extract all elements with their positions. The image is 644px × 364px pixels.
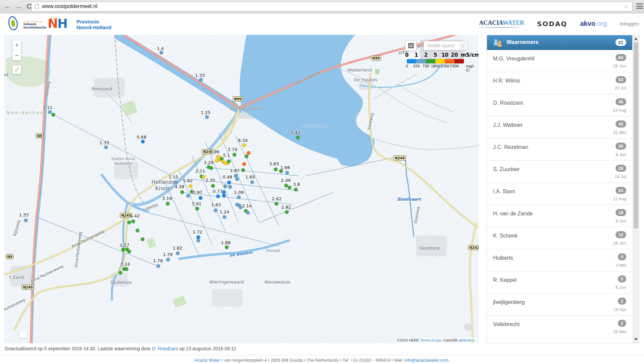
measurement-dot[interactable] [189,185,193,188]
measurement-dot[interactable] [166,258,170,262]
measurement-dot[interactable] [285,171,289,175]
measurement-dot[interactable] [227,160,231,163]
measurement-dot[interactable] [216,195,220,198]
observer-row[interactable]: D. Roodzant4513 Aug [487,94,632,116]
measurement-dot[interactable] [180,191,184,194]
observers-header[interactable]: Waarnemers 21 [487,35,632,50]
measurement-dot[interactable] [223,215,226,219]
acacia-water-link[interactable]: Acacia Water [195,358,220,363]
measurement-dot[interactable] [141,140,145,144]
measurement-dot[interactable] [296,136,300,140]
observer-row[interactable]: H.R. Wilms5323 Jul [487,72,632,94]
measurement-dot[interactable] [125,267,128,271]
measurement-dot[interactable] [141,238,145,241]
measurement-dot[interactable] [174,180,178,184]
observer-row[interactable]: S. Zuurbier2814 Jul [487,161,632,183]
measurement-dot[interactable] [121,248,125,252]
observer-row[interactable]: jheijligenberg218 Apr [487,294,632,316]
measurement-dot[interactable] [197,239,200,243]
attribution-link[interactable]: attribution [459,338,475,342]
measurement-dot[interactable] [227,181,231,185]
measurement-dot[interactable] [214,209,218,212]
measurement-dot[interactable] [199,196,203,200]
measurement-dot[interactable] [48,110,52,114]
scroll-up-icon[interactable] [634,38,638,40]
last-observer-link[interactable]: D. Roodzant [152,346,178,351]
measurement-dot[interactable] [157,264,160,268]
mail-link[interactable]: info@acaciawater.com [405,358,448,363]
calendar-button[interactable] [405,40,417,51]
road-badge: N9 [36,134,43,139]
sidebar-scrollbar[interactable] [633,35,639,343]
measurement-dot[interactable] [274,168,278,171]
visible-layers-select[interactable]: Visible layers 2 [424,41,468,50]
measurement-dot[interactable] [160,51,163,55]
observer-row[interactable]: Vollebrecht226 Mei [487,316,632,338]
measurement-dot[interactable] [275,202,278,206]
attribution-toggle[interactable] [19,331,27,338]
zoom-out-button[interactable]: − [12,50,21,60]
url-text[interactable]: www.oostpoldermeet.nl [42,3,97,9]
observer-row[interactable]: J.C. Rezelman308 Jun [487,139,632,161]
scroll-down-icon[interactable] [634,338,638,341]
measurement-dot[interactable] [52,113,55,117]
zoom-in-button[interactable]: + [12,40,21,50]
sodaq-logo[interactable]: SODAQ [537,20,568,28]
measurement-dot[interactable] [245,155,249,158]
measurement-dot[interactable] [186,194,190,198]
measurement-dot[interactable] [251,180,254,184]
measurement-dot[interactable] [241,168,245,172]
observer-row[interactable]: I.A. Stam2411 Aug [487,183,632,205]
measurement-dot[interactable] [199,78,203,82]
scrollbar-thumb[interactable] [634,42,638,228]
browser-menu-icon[interactable] [636,3,643,9]
measurement-dot[interactable] [210,166,213,170]
measurement-dot[interactable] [288,186,291,190]
forward-icon[interactable]: → [13,1,23,11]
observer-row[interactable]: M.G. Vreugdenhil8426 Jun [487,50,632,72]
observer-row[interactable]: H. van de Zande188 Jun [487,205,632,227]
measurement-dot[interactable] [233,153,236,157]
measurement-dot[interactable] [235,177,239,181]
measurement-dot[interactable] [127,250,131,254]
measurement-dot[interactable] [202,175,206,179]
measurement-dot[interactable] [228,185,232,189]
measurement-dot[interactable] [243,144,246,147]
measurement-dot[interactable] [131,220,135,223]
observer-row[interactable]: R. Keppel56 Jun [487,271,632,294]
measurement-dot[interactable] [246,211,250,215]
measurement-dot[interactable] [196,207,199,211]
observer-row[interactable]: J.J. Waiboer4231 Mei [487,116,632,139]
layers-count-button[interactable]: 2 [460,43,466,49]
bookmark-star-icon[interactable]: ☆ [624,3,629,10]
login-link[interactable]: Inloggen [620,21,639,27]
akvo-logo[interactable]: akvo.org [580,20,607,28]
terms-of-use-link[interactable]: Terms of use [420,338,441,342]
measurement-dot[interactable] [215,159,219,163]
map-canvas[interactable]: NoorderhavenBreezandVan EwijcksluisWeste… [4,35,479,343]
url-bar[interactable]: www.oostpoldermeet.nl ☆ [32,2,633,11]
measurement-dot[interactable] [247,151,251,155]
measurement-dot[interactable] [104,146,108,149]
observer-row[interactable]: Huiberts92 Mei [487,249,632,271]
measurement-dot[interactable] [136,229,140,232]
measurement-dot[interactable] [225,246,229,249]
measurement-dot[interactable] [211,184,215,188]
measurement-dot[interactable] [119,271,122,275]
measurement-dot[interactable] [127,221,131,224]
measurement-dot[interactable] [243,162,246,166]
fullscreen-button[interactable]: ⤢ [12,65,21,74]
measurement-dot[interactable] [222,194,226,198]
measurement-dot[interactable] [166,202,170,206]
observer-row[interactable]: K. Schenk1228 Jun [487,227,632,249]
observer-last-date: 8 Jun [615,218,626,223]
measurement-dot[interactable] [224,185,227,188]
measurement-dot[interactable] [237,196,241,199]
measurement-dot[interactable] [176,252,180,255]
measurement-dot[interactable] [294,188,298,192]
measurement-dot[interactable] [285,210,289,214]
measurement-dot[interactable] [205,115,209,119]
measurement-dot[interactable] [24,219,28,222]
back-icon[interactable]: ← [3,1,13,11]
acaciawater-logo[interactable]: ACACIAWATER [479,19,524,28]
